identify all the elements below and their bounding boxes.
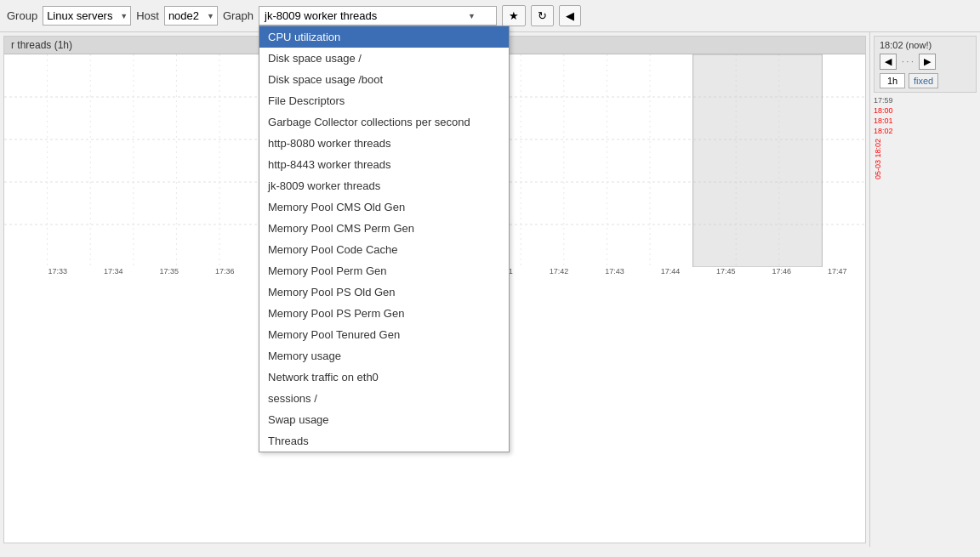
dropdown-item-file_desc[interactable]: File Descriptors bbox=[259, 90, 509, 111]
dropdown-item-mp_tenured[interactable]: Memory Pool Tenured Gen bbox=[259, 324, 509, 345]
right-time-label-3: 18:02 bbox=[874, 127, 977, 135]
dropdown-item-net_eth0[interactable]: Network traffic on eth0 bbox=[259, 367, 509, 388]
time-tick: 17:45 bbox=[698, 267, 754, 276]
right-panel: 18:02 (now!) ◀ · · · ▶ fixed 17:5918:001… bbox=[869, 32, 980, 547]
graph-dropdown-arrow: ▼ bbox=[468, 12, 476, 20]
right-time-label-1: 18:00 bbox=[874, 106, 977, 115]
dropdown-item-disk_slash[interactable]: Disk space usage / bbox=[259, 48, 509, 69]
period-input[interactable] bbox=[880, 73, 905, 88]
right-time-labels: 17:5918:0018:0118:0205-03 18:02 bbox=[874, 96, 977, 179]
nav-dots: · · · bbox=[898, 55, 917, 68]
svg-rect-23 bbox=[693, 54, 823, 267]
dropdown-item-http_8443[interactable]: http-8443 worker threads bbox=[259, 154, 509, 175]
group-label: Group bbox=[7, 9, 37, 22]
dropdown-item-gc[interactable]: Garbage Collector collections per second bbox=[259, 111, 509, 133]
dropdown-item-sessions[interactable]: sessions / bbox=[259, 388, 509, 409]
time-tick: 17:47 bbox=[810, 267, 865, 276]
group-select[interactable]: Linux servers bbox=[43, 6, 131, 26]
fixed-button[interactable]: fixed bbox=[909, 73, 938, 88]
host-label: Host bbox=[136, 9, 159, 22]
dropdown-item-cpu[interactable]: CPU utilization bbox=[259, 26, 509, 48]
time-tick: 17:43 bbox=[587, 267, 642, 276]
dropdown-item-mp_cms_old[interactable]: Memory Pool CMS Old Gen bbox=[259, 196, 509, 218]
graph-select-value: jk-8009 worker threads bbox=[265, 9, 377, 22]
time-controls: 18:02 (now!) ◀ · · · ▶ fixed bbox=[874, 36, 977, 93]
time-tick: 17:34 bbox=[85, 267, 140, 276]
star-button[interactable]: ★ bbox=[502, 5, 526, 26]
right-time-label-rotated: 05-03 18:02 bbox=[874, 139, 882, 179]
dropdown-item-swap[interactable]: Swap usage bbox=[259, 409, 509, 430]
dropdown-item-mp_ps_old[interactable]: Memory Pool PS Old Gen bbox=[259, 281, 509, 303]
toolbar: Group Linux servers Host node2 Graph jk-… bbox=[0, 0, 980, 32]
nav-arrows: ◀ · · · ▶ bbox=[880, 54, 971, 70]
dropdown-item-mp_code_cache[interactable]: Memory Pool Code Cache bbox=[259, 239, 509, 260]
dropdown-item-http_8080[interactable]: http-8080 worker threads bbox=[259, 133, 509, 154]
dropdown-item-disk_boot[interactable]: Disk space usage /boot bbox=[259, 69, 509, 90]
period-controls: fixed bbox=[880, 73, 971, 88]
time-tick: 17:42 bbox=[531, 267, 586, 276]
dropdown-item-mp_ps_perm[interactable]: Memory Pool PS Perm Gen bbox=[259, 303, 509, 324]
dropdown-item-mem_usage[interactable]: Memory usage bbox=[259, 345, 509, 367]
host-select[interactable]: node2 bbox=[164, 6, 218, 26]
graph-dropdown-wrapper[interactable]: jk-8009 worker threads ▼ CPU utilization… bbox=[259, 6, 497, 26]
graph-title-text: r threads (1h) bbox=[11, 39, 72, 51]
more-button[interactable]: ◀ bbox=[559, 5, 581, 26]
dropdown-item-threads[interactable]: Threads bbox=[259, 430, 509, 452]
right-time-label-2: 18:01 bbox=[874, 117, 977, 125]
nav-forward-button[interactable]: ▶ bbox=[919, 54, 936, 70]
time-tick: 17:46 bbox=[754, 267, 809, 276]
refresh-button[interactable]: ↻ bbox=[531, 5, 554, 26]
graph-label: Graph bbox=[223, 9, 254, 22]
time-tick: 17:44 bbox=[642, 267, 698, 276]
right-time-label-0: 17:59 bbox=[874, 96, 977, 105]
dropdown-item-mp_cms_perm[interactable]: Memory Pool CMS Perm Gen bbox=[259, 218, 509, 239]
time-now: 18:02 (now!) bbox=[880, 40, 971, 50]
graph-dropdown-list: CPU utilizationDisk space usage /Disk sp… bbox=[259, 26, 510, 452]
host-select-wrapper[interactable]: node2 bbox=[164, 6, 218, 26]
dropdown-item-jk_8009[interactable]: jk-8009 worker threads bbox=[259, 175, 509, 196]
time-tick: 17:35 bbox=[141, 267, 197, 276]
time-tick: 17:36 bbox=[197, 267, 252, 276]
nav-back-button[interactable]: ◀ bbox=[880, 54, 897, 70]
graph-select-display[interactable]: jk-8009 worker threads ▼ bbox=[259, 6, 497, 26]
dropdown-item-mp_perm_gen[interactable]: Memory Pool Perm Gen bbox=[259, 260, 509, 281]
time-tick: 17:33 bbox=[30, 267, 85, 276]
group-select-wrapper[interactable]: Linux servers bbox=[43, 6, 131, 26]
